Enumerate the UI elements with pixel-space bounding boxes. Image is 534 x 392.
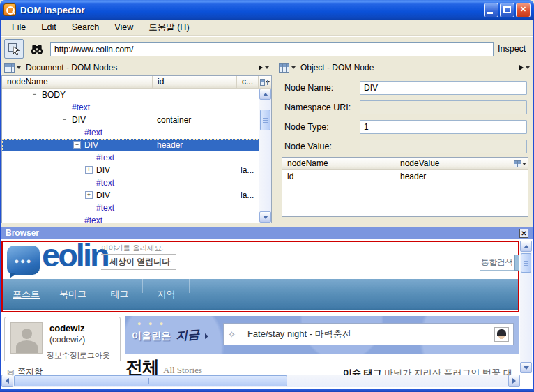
attr-column-picker-button[interactable] (512, 158, 528, 169)
tree-row[interactable]: +DIVla... (2, 189, 259, 202)
scrollbar-thumb[interactable] (521, 253, 531, 273)
namespace-uri-label: Namespace URI: (284, 103, 360, 112)
object-panel: Object - DOM Node Node Name: Namespace U… (276, 60, 533, 223)
scroll-left-button[interactable] (1, 375, 13, 387)
minimize-button[interactable] (484, 3, 498, 17)
panel-view-icon[interactable] (279, 63, 289, 73)
namespace-uri-value[interactable] (360, 100, 527, 114)
panel-view-caret-icon[interactable] (17, 66, 21, 69)
browser-pane-header: Browser ✕ (1, 227, 533, 239)
scroll-up-button[interactable] (520, 241, 532, 252)
dom-inspector-window: DOM Inspector ✕ File Edit Search View 도움… (0, 0, 534, 392)
tree-row[interactable]: #text (2, 202, 259, 214)
toolbar: Inspect (1, 36, 533, 60)
attr-column-nodename[interactable]: nodeName (282, 158, 395, 169)
scrollbar-thumb[interactable] (260, 110, 270, 130)
tree-row[interactable]: +DIVla... (2, 164, 259, 176)
tree-row[interactable]: −BODY (2, 89, 259, 101)
nav-tab-bookmarks[interactable]: 북마크 (49, 279, 96, 310)
site-header: ●●● eolin 이야기를 올리세요. 세상이 열립니다 통합검색 (3, 242, 518, 278)
column-id[interactable]: id (153, 76, 237, 88)
browser-horizontal-scrollbar[interactable] (1, 375, 520, 387)
attr-column-nodevalue[interactable]: nodeValue (395, 158, 512, 169)
ticker-star-icon: ✧ (228, 329, 236, 340)
attribute-row[interactable]: id header (282, 170, 528, 183)
panel-expand-icon[interactable] (259, 65, 263, 70)
menu-help[interactable]: 도움말 (H) (141, 20, 197, 35)
browser-pane-title: Browser (6, 228, 519, 238)
scroll-down-button[interactable] (259, 211, 271, 223)
nav-tab-region[interactable]: 지역 (143, 279, 190, 310)
banner-main-text: 이올린은 (132, 330, 171, 342)
inspect-element-button[interactable] (4, 39, 24, 59)
menu-search[interactable]: Search (64, 21, 107, 33)
find-button[interactable] (28, 40, 45, 58)
column-picker-caret-icon (266, 81, 270, 84)
dom-tree: −BODY #text −DIVcontainer #text −DIVhead… (2, 89, 259, 223)
scroll-right-button[interactable] (508, 375, 520, 387)
collapse-icon[interactable]: − (61, 116, 68, 123)
integrated-search-box[interactable]: 통합검색 (480, 255, 514, 271)
panel-view-icon[interactable] (4, 63, 15, 73)
column-picker-icon (260, 79, 265, 86)
now-ticker[interactable]: ✧ Fate/stay night - 마력충전 (223, 323, 514, 345)
tree-row[interactable]: #text (2, 126, 259, 139)
dom-nodes-panel: Document - DOM Nodes nodeName id c... −B… (1, 60, 272, 223)
browser-viewport: ●●● eolin 이야기를 올리세요. 세상이 열립니다 통합검색 포스트 북… (1, 239, 533, 389)
ticker-text[interactable]: Fate/stay night - 마력충전 (247, 328, 494, 340)
panel-menu-caret-icon[interactable] (265, 66, 269, 69)
maximize-button[interactable] (500, 3, 514, 17)
tree-scrollbar[interactable] (259, 89, 271, 223)
tree-row[interactable]: #text (2, 176, 259, 189)
nav-tab-tags[interactable]: 태그 (96, 279, 143, 310)
dom-tree-container: nodeName id c... −BODY #text −DIVcontain… (1, 75, 272, 223)
ticker-avatar (494, 327, 509, 342)
column-picker-button[interactable] (259, 76, 271, 88)
column-nodename[interactable]: nodeName (2, 76, 153, 88)
expand-icon[interactable]: + (85, 191, 93, 199)
banner-accent-text: 지금 (176, 326, 201, 344)
inspect-cursor-icon (6, 41, 22, 56)
expand-icon[interactable]: + (85, 166, 93, 174)
eolin-logo-text[interactable]: eolin (42, 239, 108, 274)
column-class[interactable]: c... (237, 76, 259, 88)
browser-close-button[interactable]: ✕ (519, 229, 528, 238)
collapse-icon[interactable]: − (31, 91, 38, 98)
logo-taglines: 이야기를 올리세요. 세상이 열립니다 (101, 243, 176, 270)
url-input[interactable] (50, 42, 494, 56)
dom-nodes-panel-header: Document - DOM Nodes (1, 60, 272, 75)
node-type-value[interactable] (360, 120, 527, 134)
menu-edit[interactable]: Edit (33, 21, 64, 33)
node-value-value[interactable] (360, 140, 527, 153)
banner-arrow-icon (205, 333, 208, 339)
node-name-value[interactable] (360, 81, 527, 95)
scroll-up-button[interactable] (259, 89, 271, 100)
panel-menu-caret-icon[interactable] (526, 66, 530, 69)
binoculars-icon (30, 43, 44, 56)
profile-links[interactable]: 정보수정|로그아웃 (47, 350, 110, 361)
panel-expand-icon[interactable] (519, 65, 524, 70)
tree-row-selected[interactable]: −DIVheader (2, 139, 259, 151)
titlebar: DOM Inspector ✕ (0, 0, 534, 20)
tree-row[interactable]: −DIVcontainer (2, 114, 259, 126)
eolin-logo-icon[interactable]: ●●● (7, 246, 40, 275)
close-button[interactable]: ✕ (516, 3, 531, 17)
browser-vertical-scrollbar[interactable] (520, 241, 532, 373)
collapse-icon[interactable]: − (73, 141, 81, 149)
attributes-column-header: nodeName nodeValue (282, 158, 528, 170)
tree-row[interactable]: #text (2, 214, 259, 223)
user-avatar (10, 322, 43, 354)
nav-tab-posts[interactable]: 포스트 (3, 279, 49, 310)
window-border-left (0, 18, 1, 392)
tree-row[interactable]: #text (2, 151, 259, 164)
menu-view[interactable]: View (107, 21, 141, 33)
window-title: DOM Inspector (20, 5, 482, 15)
menu-file[interactable]: File (4, 21, 33, 33)
tree-row[interactable]: #text (2, 101, 259, 114)
panel-view-caret-icon[interactable] (291, 66, 296, 69)
inspect-button[interactable]: Inspect (498, 44, 526, 54)
search-go-button[interactable] (514, 255, 519, 271)
scroll-down-button[interactable] (520, 362, 532, 373)
tagline-2: 세상이 열립니다 (101, 255, 176, 270)
scrollbar-thumb[interactable] (14, 375, 287, 386)
